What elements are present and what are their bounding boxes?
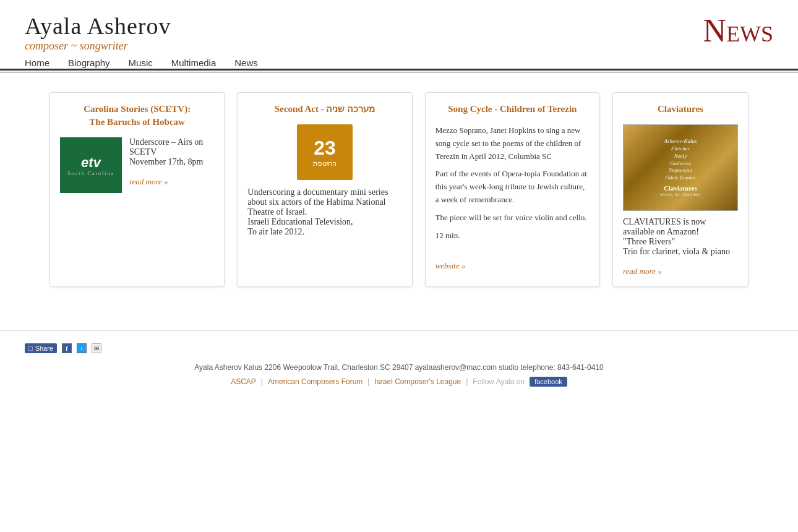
- card-carolina-body: etv South Carolina Underscore – Airs on …: [60, 137, 214, 193]
- second-act-body2: Israeli Educational Television,: [247, 217, 401, 227]
- song-cycle-body1: Mezzo Soprano, Janet Hopkins to sing a n…: [435, 124, 590, 163]
- song-cycle-title-link[interactable]: Song Cycle - Children of Terezin: [448, 104, 577, 114]
- main-content: Carolina Stories (SCETV): The Baruchs of…: [0, 74, 798, 306]
- footer-link-icl[interactable]: Israel Composer's League: [374, 377, 461, 386]
- carolina-desc1: Underscore – Airs on SCETV: [129, 137, 214, 157]
- second-act-body3: To air late 2012.: [247, 227, 401, 237]
- nav-item-news[interactable]: News: [234, 58, 258, 69]
- card-carolina-title: Carolina Stories (SCETV): The Baruchs of…: [60, 103, 214, 129]
- share-label: Share: [35, 345, 53, 352]
- etv-image: etv South Carolina: [60, 137, 122, 193]
- nav-item-biography[interactable]: Biography: [68, 58, 110, 69]
- carolina-read-more[interactable]: read more »: [129, 177, 168, 186]
- claviatures-body3: Trio for clarinet, viola & piano: [623, 247, 738, 257]
- nav-link-news[interactable]: News: [234, 58, 258, 71]
- twitter-share-icon[interactable]: t: [77, 343, 87, 353]
- card-claviatures-title: Claviatures: [623, 103, 738, 116]
- site-title-block: Ayala Asherov composer ~ songwriter: [25, 12, 171, 53]
- footer-sep1: |: [261, 377, 263, 386]
- second-act-title-link[interactable]: Second Act - מערכה שניה: [275, 104, 375, 114]
- nav-link-multimedia[interactable]: Multimedia: [171, 58, 217, 68]
- claviatures-image: Asherov-KalusFletcherNeelyGutierrezStepa…: [623, 124, 738, 211]
- main-nav: Home Biography Music Multimedia News: [0, 53, 798, 70]
- footer-sep3: |: [466, 377, 468, 386]
- card-carolina: Carolina Stories (SCETV): The Baruchs of…: [49, 92, 225, 287]
- site-name: Ayala Asherov: [25, 12, 171, 40]
- footer-contact: Ayala Asherov Kalus 2206 Weepoolow Trail…: [25, 363, 773, 372]
- claviatures-body1: CLAVIATURES is now available on Amazon!: [623, 217, 738, 237]
- nav-item-music[interactable]: Music: [129, 58, 153, 69]
- card-song-cycle-body: Mezzo Soprano, Janet Hopkins to sing a n…: [435, 124, 590, 273]
- nav-link-home[interactable]: Home: [25, 58, 49, 68]
- song-cycle-website[interactable]: website »: [435, 261, 466, 270]
- footer-links: ASCAP | American Composers Forum | Israe…: [25, 377, 773, 387]
- card-song-cycle-title: Song Cycle - Children of Terezin: [435, 103, 590, 116]
- carolina-desc2: November 17th, 8pm: [129, 157, 214, 167]
- page-title: News: [703, 12, 773, 49]
- site-subtitle: composer ~ songwriter: [25, 40, 171, 53]
- card-claviatures: Claviatures Asherov-KalusFletcherNeelyGu…: [612, 92, 749, 287]
- claviatures-read-more[interactable]: read more »: [623, 267, 662, 276]
- song-cycle-body2: Part of the events of Opera-topia Founda…: [435, 168, 590, 206]
- second-act-image: 23 החינוכית: [297, 124, 353, 180]
- footer-sep2: |: [367, 377, 369, 386]
- card-song-cycle: Song Cycle - Children of Terezin Mezzo S…: [425, 92, 600, 287]
- share-button[interactable]: □ Share: [25, 343, 57, 353]
- email-share-icon[interactable]: ✉: [92, 343, 101, 353]
- nav-item-multimedia[interactable]: Multimedia: [171, 58, 217, 69]
- card-second-act-body: 23 החינוכית Underscoring a documentary m…: [247, 124, 401, 237]
- facebook-share-icon[interactable]: f: [62, 343, 72, 353]
- nav-link-music[interactable]: Music: [129, 58, 153, 68]
- card-claviatures-body: Asherov-KalusFletcherNeelyGutierrezStepa…: [623, 124, 738, 277]
- card-carolina-text: Underscore – Airs on SCETV November 17th…: [129, 137, 214, 187]
- footer-link-acf[interactable]: American Composers Forum: [268, 377, 363, 386]
- share-bar: □ Share f t ✉: [25, 343, 773, 353]
- page-footer: □ Share f t ✉ Ayala Asherov Kalus 2206 W…: [0, 330, 798, 399]
- page-header: Ayala Asherov composer ~ songwriter News: [0, 0, 798, 53]
- facebook-follow-button[interactable]: facebook: [530, 377, 567, 387]
- card-second-act: Second Act - מערכה שניה 23 החינוכית Unde…: [237, 92, 412, 287]
- claviatures-body2: "Three Rivers": [623, 237, 738, 247]
- footer-link-ascap[interactable]: ASCAP: [231, 377, 256, 386]
- song-cycle-body4: 12 min.: [435, 230, 590, 242]
- card-second-act-title: Second Act - מערכה שניה: [247, 103, 401, 116]
- footer-follow-text: Follow Ayala on: [473, 377, 525, 386]
- page-title-block: News: [703, 12, 773, 49]
- nav-link-biography[interactable]: Biography: [68, 58, 110, 68]
- song-cycle-body3: The piece will be set for voice violin a…: [435, 212, 590, 225]
- share-icon: □: [28, 345, 33, 352]
- nav-item-home[interactable]: Home: [25, 58, 49, 69]
- second-act-body1: Underscoring a documentary mini series a…: [247, 187, 401, 217]
